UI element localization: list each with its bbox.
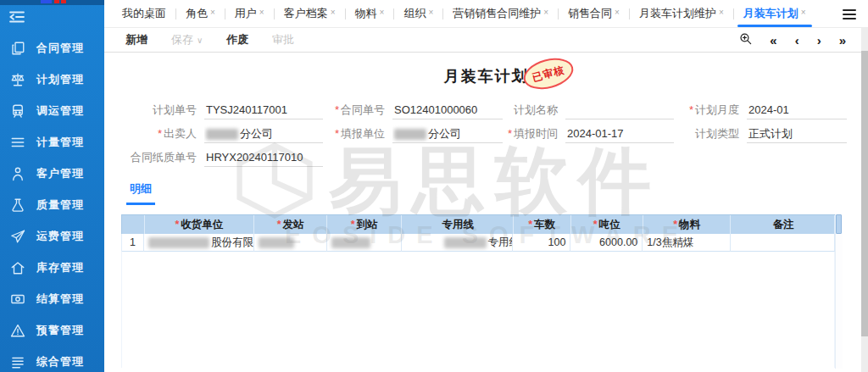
list-icon bbox=[9, 353, 25, 369]
sidebar-item-inventory[interactable]: 库存管理 bbox=[0, 252, 104, 283]
column-header-receiver[interactable]: *收货单位 bbox=[145, 215, 254, 234]
void-button[interactable]: 作废 bbox=[226, 32, 248, 47]
hamburger-icon[interactable] bbox=[843, 7, 856, 22]
cell-cars[interactable]: 100 bbox=[513, 234, 570, 252]
sidebar-item-comprehensive[interactable]: 综合管理 bbox=[0, 346, 104, 372]
grid-header: *收货单位 *发站 *到站 专用线 *车数 *吨位 *物料 备注 bbox=[121, 214, 835, 234]
cell-dedicated-line[interactable]: 专用线 bbox=[402, 234, 514, 252]
field-label-plan-month: *计划月度 bbox=[674, 103, 747, 118]
redacted-text bbox=[148, 237, 209, 248]
flask-icon bbox=[9, 197, 25, 213]
approve-button[interactable]: 审批 bbox=[272, 32, 294, 47]
sidebar-item-label: 综合管理 bbox=[36, 354, 84, 369]
cell-receiver[interactable]: 股份有限公 bbox=[144, 234, 254, 252]
column-header-remark[interactable]: 备注 bbox=[731, 215, 835, 234]
first-record-icon[interactable]: « bbox=[770, 34, 776, 47]
add-button[interactable]: 新增 bbox=[125, 32, 147, 47]
sidebar-top-strip bbox=[0, 0, 104, 5]
plan-type-field[interactable]: 正式计划 bbox=[747, 125, 847, 143]
tab-label: 月装车计划维护 bbox=[639, 6, 716, 21]
sidebar-collapse-button[interactable] bbox=[0, 5, 104, 31]
plan-name-field[interactable] bbox=[565, 101, 674, 119]
contract-no-field[interactable]: SO12401000060 bbox=[392, 101, 503, 119]
tab-label: 月装车计划 bbox=[743, 6, 798, 21]
paper-contract-no-field[interactable]: HRYX20240117010 bbox=[204, 148, 323, 167]
banknote-icon bbox=[9, 291, 25, 307]
sidebar-item-label: 运费管理 bbox=[36, 229, 84, 244]
tab-close-icon[interactable]: × bbox=[259, 8, 264, 17]
tab-close-icon[interactable]: × bbox=[543, 8, 548, 17]
record-navigation: « ‹ › » bbox=[739, 32, 868, 47]
sidebar-item-contract[interactable]: 合同管理 bbox=[0, 32, 104, 64]
last-record-icon[interactable]: » bbox=[839, 34, 846, 47]
required-mark: * bbox=[689, 103, 693, 116]
column-header-material[interactable]: *物料 bbox=[643, 215, 732, 234]
field-label-filling-time: *填报时间 bbox=[503, 126, 565, 142]
tab-customer-file[interactable]: 客户档案 × bbox=[275, 0, 345, 27]
tab-label: 角色 bbox=[186, 6, 208, 21]
tab-my-desktop[interactable]: 我的桌面 bbox=[113, 0, 175, 27]
warning-icon bbox=[9, 322, 25, 338]
sidebar-item-label: 计量管理 bbox=[36, 135, 84, 150]
tab-close-icon[interactable]: × bbox=[801, 8, 806, 17]
cell-rownum: 1 bbox=[122, 234, 144, 252]
sidebar-item-label: 调运管理 bbox=[36, 103, 84, 119]
table-row[interactable]: 1 股份有限公 专用线 100 6000.00 1/3焦精煤 bbox=[121, 234, 835, 252]
tab-monthly-loading-plan[interactable]: 月装车计划 × bbox=[734, 0, 815, 27]
save-button[interactable]: 保存∨ bbox=[171, 32, 203, 47]
grid-scrollbar[interactable] bbox=[835, 214, 843, 369]
tab-label: 客户档案 bbox=[284, 6, 328, 21]
tab-material[interactable]: 物料 × bbox=[346, 0, 394, 27]
next-record-icon[interactable]: › bbox=[817, 34, 821, 47]
tab-close-icon[interactable]: × bbox=[331, 8, 336, 17]
tab-close-icon[interactable]: × bbox=[210, 8, 215, 17]
filling-time-field[interactable]: 2024-01-17 bbox=[565, 125, 674, 143]
tab-user[interactable]: 用户 × bbox=[225, 0, 274, 27]
prev-record-icon[interactable]: ‹ bbox=[795, 34, 799, 47]
cell-to-station[interactable] bbox=[327, 234, 402, 252]
tab-sales-contract[interactable]: 销售合同 × bbox=[559, 0, 629, 27]
column-header-cars[interactable]: *车数 bbox=[514, 215, 571, 234]
cell-material[interactable]: 1/3焦精煤 bbox=[643, 234, 731, 252]
plan-month-field[interactable]: 2024-01 bbox=[747, 101, 847, 119]
tab-close-icon[interactable]: × bbox=[719, 8, 724, 17]
tab-marketing-contract[interactable]: 营销销售合同维护 × bbox=[443, 0, 558, 27]
sidebar-item-alert[interactable]: 预警管理 bbox=[0, 314, 104, 346]
cell-remark[interactable] bbox=[731, 234, 835, 252]
approved-stamp: 已审核 bbox=[520, 53, 577, 94]
tab-close-icon[interactable]: × bbox=[380, 8, 385, 17]
column-header-tonnage[interactable]: *吨位 bbox=[571, 215, 643, 234]
sidebar-item-dispatch[interactable]: 调运管理 bbox=[0, 95, 104, 126]
column-header-to-station[interactable]: *到站 bbox=[327, 215, 402, 234]
seller-field[interactable]: 分公司 bbox=[204, 125, 323, 143]
sidebar-item-quality[interactable]: 质量管理 bbox=[0, 189, 104, 220]
tab-label: 物料 bbox=[355, 6, 377, 21]
plan-form: 计划单号 TYSJ240117001 *合同单号 SO12401000060 计… bbox=[126, 98, 868, 169]
tab-label: 销售合同 bbox=[568, 6, 612, 21]
sidebar-item-measure[interactable]: 计量管理 bbox=[0, 126, 104, 158]
cell-from-station[interactable] bbox=[254, 234, 327, 252]
zoom-in-icon[interactable] bbox=[739, 32, 752, 47]
tab-close-icon[interactable]: × bbox=[428, 8, 433, 17]
sidebar-item-plan[interactable]: 计划管理 bbox=[0, 64, 104, 95]
tab-close-icon[interactable]: × bbox=[615, 8, 620, 17]
grid-scrollbar-thumb[interactable] bbox=[836, 214, 842, 234]
tab-detail[interactable]: 明细 bbox=[126, 181, 155, 205]
column-header-dedicated-line[interactable]: 专用线 bbox=[402, 215, 513, 234]
tab-organization[interactable]: 组织 × bbox=[394, 0, 442, 27]
document-content: 月装车计划 已审核 计划单号 TYSJ240117001 *合同单号 SO124… bbox=[104, 53, 868, 372]
plan-no-field[interactable]: TYSJ240117001 bbox=[204, 101, 323, 119]
cell-tonnage[interactable]: 6000.00 bbox=[570, 234, 643, 252]
sidebar-item-settlement[interactable]: 结算管理 bbox=[0, 283, 104, 314]
filling-unit-field[interactable]: 分公司 bbox=[392, 125, 503, 143]
column-header-rownum[interactable] bbox=[122, 215, 145, 234]
lines-icon bbox=[9, 134, 25, 150]
sidebar-item-customer[interactable]: 客户管理 bbox=[0, 158, 104, 189]
window-scrollbar[interactable] bbox=[861, 28, 868, 372]
sidebar-item-label: 库存管理 bbox=[36, 260, 84, 275]
column-header-from-station[interactable]: *发站 bbox=[254, 215, 327, 234]
sidebar-item-freight[interactable]: 运费管理 bbox=[0, 220, 104, 252]
tab-role[interactable]: 角色 × bbox=[176, 0, 225, 27]
window-scrollbar-thumb[interactable] bbox=[861, 51, 868, 336]
tab-monthly-plan-maintain[interactable]: 月装车计划维护 × bbox=[630, 0, 733, 27]
